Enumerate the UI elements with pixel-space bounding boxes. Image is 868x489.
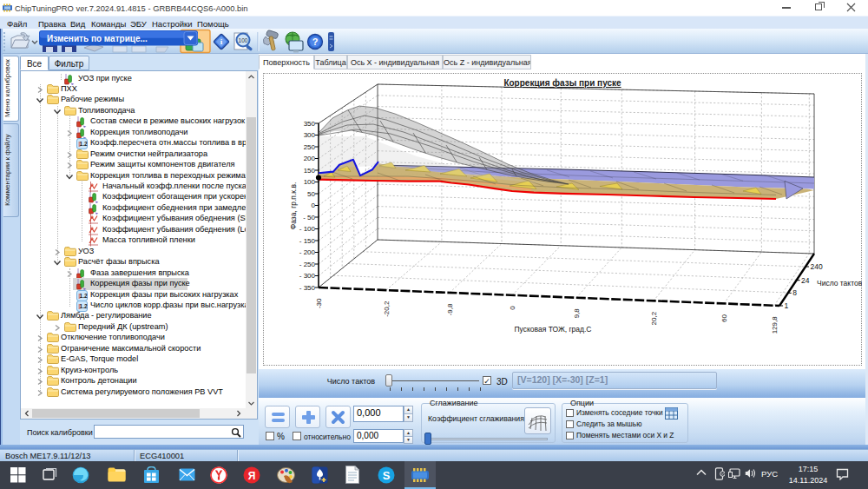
svg-text:200: 200 — [304, 155, 316, 162]
svg-text:1.2: 1.2 — [80, 141, 88, 147]
svg-text:20,2: 20,2 — [650, 311, 658, 325]
svg-text:- 50: - 50 — [303, 214, 315, 221]
svg-text:- 250: - 250 — [299, 261, 316, 268]
svg-text:1.2: 1.2 — [80, 303, 88, 309]
svg-text:1.2: 1.2 — [80, 293, 88, 299]
svg-text:Коррекция фазы при пуске: Коррекция фазы при пуске — [503, 78, 621, 88]
svg-text:0: 0 — [312, 202, 316, 209]
svg-text:-30: -30 — [315, 298, 323, 308]
svg-text:50: 50 — [307, 190, 315, 198]
svg-text:100: 100 — [239, 37, 248, 43]
svg-text:-9,8: -9,8 — [446, 303, 454, 315]
svg-text:150: 150 — [304, 167, 316, 175]
svg-text:24: 24 — [801, 276, 810, 285]
svg-text:1: 1 — [785, 301, 789, 310]
svg-text:0: 0 — [509, 306, 516, 310]
svg-text:60: 60 — [720, 314, 728, 321]
svg-text:Число тактов: Число тактов — [817, 279, 862, 287]
svg-text:9,8: 9,8 — [573, 308, 581, 319]
svg-text:- 350: - 350 — [299, 284, 316, 292]
svg-text:S: S — [383, 469, 391, 482]
svg-text:129,8: 129,8 — [771, 316, 779, 334]
svg-text:Фаза, гр.п.к.в.: Фаза, гр.п.к.в. — [289, 182, 298, 230]
svg-text:- 100: - 100 — [299, 225, 316, 233]
svg-text:?: ? — [312, 36, 319, 47]
svg-text:- 150: - 150 — [299, 237, 316, 245]
svg-text:250: 250 — [304, 143, 316, 151]
svg-text:240: 240 — [811, 262, 823, 271]
svg-text:- 200: - 200 — [299, 248, 316, 256]
svg-text:-20,2: -20,2 — [383, 301, 391, 317]
svg-text:100: 100 — [304, 178, 316, 186]
svg-text:Пусковая ТОЖ, град.С: Пусковая ТОЖ, град.С — [515, 325, 592, 334]
svg-text:300: 300 — [304, 131, 316, 139]
svg-text:350: 350 — [304, 120, 316, 128]
svg-text:Изменить по матрице...: Изменить по матрице... — [47, 34, 148, 43]
svg-text:- 300: - 300 — [299, 272, 316, 280]
svg-text:Я: Я — [248, 470, 256, 482]
svg-text:8: 8 — [792, 288, 797, 297]
